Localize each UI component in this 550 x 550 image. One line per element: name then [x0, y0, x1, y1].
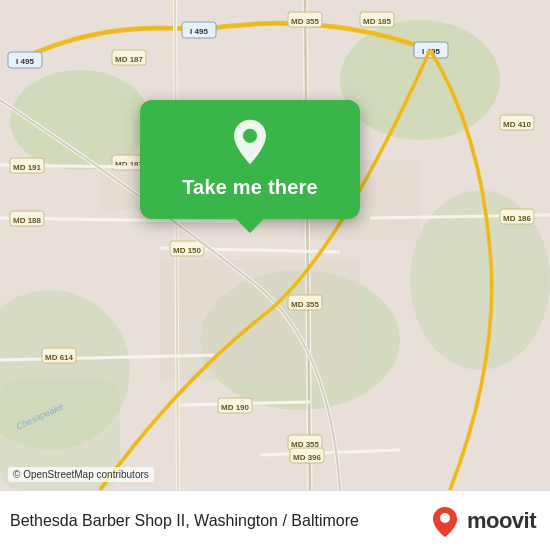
footer-bar: Bethesda Barber Shop II, Washington / Ba… [0, 490, 550, 550]
svg-text:MD 150: MD 150 [173, 246, 202, 255]
map-attribution: © OpenStreetMap contributors [8, 467, 154, 482]
map-container: I 495 I 495 I 495 MD 187 MD 187 MD 355 M… [0, 0, 550, 490]
place-name: Bethesda Barber Shop II, Washington / Ba… [10, 512, 359, 530]
navigation-popup[interactable]: Take me there [140, 100, 360, 219]
moovit-logo: moovit [429, 505, 536, 537]
svg-text:MD 185: MD 185 [363, 17, 392, 26]
svg-point-46 [243, 129, 257, 143]
svg-text:I 495: I 495 [190, 27, 208, 36]
svg-point-2 [340, 20, 500, 140]
svg-text:MD 355: MD 355 [291, 17, 320, 26]
svg-text:MD 188: MD 188 [13, 216, 42, 225]
svg-text:MD 396: MD 396 [293, 453, 322, 462]
svg-text:MD 355: MD 355 [291, 300, 320, 309]
svg-text:MD 614: MD 614 [45, 353, 74, 362]
location-pin-icon [226, 118, 274, 166]
moovit-icon [429, 505, 461, 537]
svg-text:MD 410: MD 410 [503, 120, 532, 129]
svg-text:MD 187: MD 187 [115, 55, 144, 64]
take-me-there-button[interactable]: Take me there [182, 176, 318, 199]
svg-text:MD 191: MD 191 [13, 163, 42, 172]
svg-text:MD 190: MD 190 [221, 403, 250, 412]
map-roads-svg: I 495 I 495 I 495 MD 187 MD 187 MD 355 M… [0, 0, 550, 490]
svg-point-47 [440, 513, 450, 523]
svg-text:I 495: I 495 [16, 57, 34, 66]
moovit-brand-text: moovit [467, 508, 536, 534]
svg-text:MD 186: MD 186 [503, 214, 532, 223]
